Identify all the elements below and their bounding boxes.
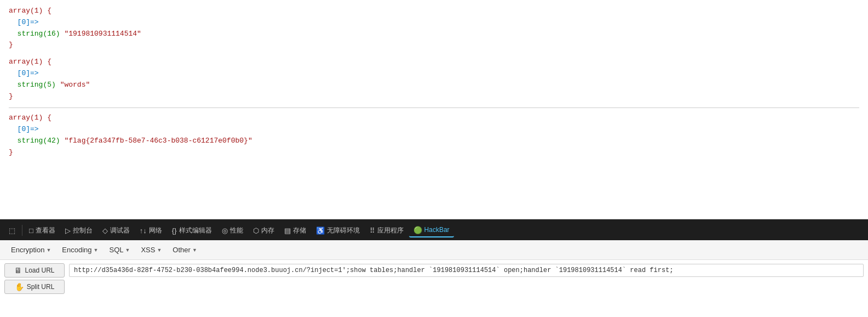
console-tab[interactable]: ▷ 控制台 (61, 224, 97, 237)
code-line: string(16) "1919810931114514" (9, 29, 859, 40)
code-line: [0]=> (9, 124, 859, 135)
responsive-icon: ⬚ (9, 227, 15, 235)
network-icon: ↑↓ (140, 227, 147, 235)
accessibility-label: 无障碍环境 (327, 226, 360, 235)
code-text: [0]=> (9, 125, 39, 133)
memory-label: 内存 (261, 226, 274, 235)
hackbar-icon: 🟢 (413, 226, 422, 234)
encryption-caret: ▼ (46, 247, 51, 253)
application-icon: ⠿ (370, 227, 375, 235)
other-caret: ▼ (192, 247, 197, 253)
xss-caret: ▼ (157, 247, 162, 253)
encoding-label: Encoding (62, 246, 91, 254)
load-url-label: Load URL (25, 267, 54, 274)
console-label: 控制台 (73, 226, 93, 235)
responsive-tool[interactable]: ⬚ (4, 224, 20, 237)
debugger-icon: ◇ (102, 227, 108, 235)
devtools-divider (22, 225, 22, 236)
code-text: array(1) { (9, 58, 51, 66)
split-url-label: Split URL (27, 283, 55, 291)
style-editor-label: 样式编辑器 (179, 226, 212, 235)
network-label: 网络 (149, 226, 162, 235)
console-icon: ▷ (65, 227, 71, 235)
code-text: } (9, 92, 13, 100)
other-menu-button[interactable]: Other ▼ (168, 244, 201, 256)
code-line: } (9, 39, 859, 51)
code-line: array(1) { (9, 5, 859, 17)
hackbar-toolbar: Encryption ▼ Encoding ▼ SQL ▼ XSS ▼ Othe… (0, 240, 868, 260)
accessibility-icon: ♿ (316, 227, 325, 235)
storage-tab[interactable]: ▤ 存储 (280, 224, 311, 237)
inspector-label: 查看器 (36, 226, 55, 235)
url-input[interactable] (69, 264, 864, 277)
code-text: string(16) "1919810931114514" (9, 30, 141, 38)
code-line: string(5) "words" (9, 80, 859, 91)
code-text: string(5) "words" (9, 81, 90, 89)
style-editor-tab[interactable]: {} 样式编辑器 (168, 224, 216, 237)
memory-icon: ⬡ (253, 227, 259, 235)
code-line: string(42) "flag{2fa347fb-58e7-46c3-b038… (9, 135, 859, 147)
xss-label: XSS (141, 246, 155, 254)
code-line: } (9, 91, 859, 103)
storage-label: 存储 (293, 226, 306, 235)
code-block-3: array(1) { [0]=> string(42) "flag{2fa347… (9, 112, 859, 158)
load-url-icon: 🖥 (14, 266, 22, 275)
sql-caret: ▼ (125, 247, 130, 253)
sql-label: SQL (109, 246, 123, 254)
application-label: 应用程序 (377, 226, 404, 235)
debugger-tab[interactable]: ◇ 调试器 (98, 224, 134, 237)
code-text: array(1) { (9, 114, 51, 122)
performance-label: 性能 (230, 226, 243, 235)
code-line: array(1) { (9, 56, 859, 68)
split-url-icon: ✋ (15, 282, 24, 291)
application-tab[interactable]: ⠿ 应用程序 (365, 224, 408, 237)
code-text: } (9, 41, 13, 49)
url-bar-area: 🖥 Load URL ✋ Split URL (0, 260, 868, 297)
devtools-bar: ⬚ □ 查看器 ▷ 控制台 ◇ 调试器 ↑↓ 网络 {} 样式编辑器 ◎ 性能 … (0, 219, 868, 240)
code-block-2: array(1) { [0]=> string(5) "words" } (9, 56, 859, 102)
code-text: [0]=> (9, 69, 39, 77)
code-line: } (9, 147, 859, 158)
performance-icon: ◎ (222, 227, 228, 235)
encoding-menu-button[interactable]: Encoding ▼ (58, 244, 102, 256)
accessibility-tab[interactable]: ♿ 无障碍环境 (312, 224, 364, 237)
split-url-row: ✋ Split URL (4, 280, 864, 294)
sql-menu-button[interactable]: SQL ▼ (105, 244, 134, 256)
debugger-label: 调试器 (110, 226, 130, 235)
code-output-area: array(1) { [0]=> string(16) "19198109311… (0, 0, 868, 219)
load-url-button[interactable]: 🖥 Load URL (4, 263, 65, 278)
code-text: array(1) { (9, 7, 51, 15)
code-text: } (9, 148, 13, 156)
split-url-button[interactable]: ✋ Split URL (4, 280, 65, 294)
inspector-icon: □ (29, 227, 33, 235)
encoding-caret: ▼ (94, 247, 99, 253)
hackbar-tab[interactable]: 🟢 HackBar (409, 224, 454, 237)
storage-icon: ▤ (284, 227, 291, 235)
other-label: Other (173, 246, 191, 254)
code-line: [0]=> (9, 68, 859, 80)
load-url-row: 🖥 Load URL (4, 263, 864, 278)
hackbar-label: HackBar (424, 226, 450, 234)
code-line: [0]=> (9, 17, 859, 29)
performance-tab[interactable]: ◎ 性能 (217, 224, 248, 237)
style-editor-icon: {} (172, 227, 177, 235)
encryption-menu-button[interactable]: Encryption ▼ (7, 244, 55, 256)
inspector-tab[interactable]: □ 查看器 (25, 224, 60, 237)
code-text: [0]=> (9, 18, 39, 26)
memory-tab[interactable]: ⬡ 内存 (249, 224, 279, 237)
encryption-label: Encryption (11, 246, 44, 254)
network-tab[interactable]: ↑↓ 网络 (135, 224, 166, 237)
code-text: string(42) "flag{2fa347fb-58e7-46c3-b038… (9, 137, 252, 145)
separator (9, 107, 859, 108)
xss-menu-button[interactable]: XSS ▼ (136, 244, 166, 256)
code-block-1: array(1) { [0]=> string(16) "19198109311… (9, 5, 859, 51)
code-line: array(1) { (9, 112, 859, 124)
